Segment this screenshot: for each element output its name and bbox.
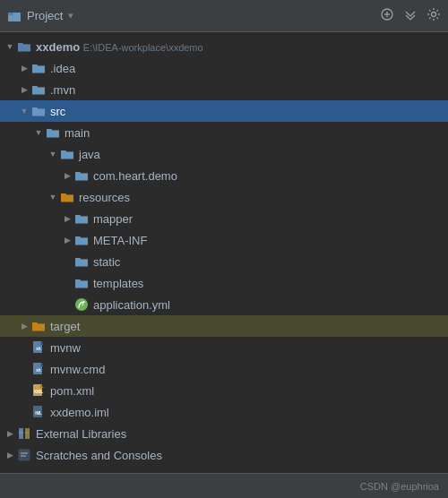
tree-arrow: ▶ xyxy=(61,214,73,223)
tree-item-label: application.yml xyxy=(93,298,170,312)
panel-header: Project ▾ xyxy=(0,0,448,32)
tree-arrow: ▶ xyxy=(4,451,16,459)
svg-text:sh: sh xyxy=(36,347,41,351)
file-iml-icon: IML xyxy=(30,405,47,419)
svg-rect-1 xyxy=(8,13,13,15)
tree-row-application.yml[interactable]: application.yml xyxy=(0,294,448,315)
folder-icon xyxy=(73,233,90,247)
tree-item-label: Scratches and Consoles xyxy=(36,449,162,462)
tree-item-label: xxdemo.iml xyxy=(50,406,109,419)
tree-item-label: .mvn xyxy=(50,83,75,97)
tree-arrow: ▼ xyxy=(32,128,45,137)
svg-text:IML: IML xyxy=(35,411,42,416)
tree-row-src[interactable]: ▼ src xyxy=(0,100,448,122)
tree-arrow: ▶ xyxy=(18,85,30,94)
ext-libs-icon xyxy=(16,426,32,441)
panel-title: Project ▾ xyxy=(7,9,380,23)
folder-orange-icon xyxy=(30,319,47,333)
tree-row-target[interactable]: ▶ target xyxy=(0,315,448,337)
svg-point-10 xyxy=(75,298,88,311)
tree-row-templates[interactable]: templates xyxy=(0,272,448,294)
tree-row-resources[interactable]: ▼ resources xyxy=(0,186,448,208)
tree-item-label: static xyxy=(93,255,120,269)
tree-item-label: META-INF xyxy=(93,234,147,247)
svg-rect-19 xyxy=(19,428,23,439)
folder-icon xyxy=(30,82,47,97)
tree-arrow: ▼ xyxy=(4,42,16,51)
folder-icon xyxy=(73,211,90,226)
folder-plain-icon xyxy=(73,254,90,269)
tree-item-label: mvnw.cmd xyxy=(50,363,105,376)
file-spring-icon xyxy=(73,297,90,312)
folder-plain-icon xyxy=(73,276,90,290)
svg-text:sh: sh xyxy=(36,368,41,373)
folder-icon xyxy=(30,61,47,75)
folder-icon xyxy=(45,125,61,140)
tree-row-mvnw.cmd[interactable]: sh mvnw.cmd xyxy=(0,358,448,380)
tree-item-label: templates xyxy=(93,277,143,290)
tree-row-mapper[interactable]: ▶ mapper xyxy=(0,208,448,229)
svg-point-9 xyxy=(432,13,436,17)
svg-rect-23 xyxy=(19,450,30,460)
tree-row-scratches[interactable]: ▶ Scratches and Consoles xyxy=(0,444,448,466)
panel-dropdown-arrow[interactable]: ▾ xyxy=(68,10,73,21)
tree-item-label: java xyxy=(79,148,100,161)
tree-arrow: ▼ xyxy=(47,193,59,202)
folder-res-icon xyxy=(59,190,75,204)
file-mvnw-icon: sh xyxy=(30,362,47,376)
folder-icon xyxy=(73,168,90,183)
tree-arrow: ▼ xyxy=(47,150,59,159)
tree-item-label: .idea xyxy=(50,62,75,75)
tree-item-label: main xyxy=(65,126,90,140)
tree-arrow: ▶ xyxy=(61,236,73,245)
panel-title-text: Project xyxy=(27,9,63,22)
tree-arrow: ▶ xyxy=(4,429,16,438)
tree-row-mvn[interactable]: ▶ .mvn xyxy=(0,79,448,100)
tree-row-xxdemo.iml[interactable]: IML xxdemo.iml xyxy=(0,401,448,423)
tree-row-external-libs[interactable]: ▶ External Libraries xyxy=(0,423,448,444)
tree-item-label: mvnw xyxy=(50,341,81,355)
tree-row-idea[interactable]: ▶ .idea xyxy=(0,57,448,79)
tree-item-label: resources xyxy=(79,191,130,204)
footer-credit: CSDN @euphrioa xyxy=(360,481,439,492)
tree-row-mvnw[interactable]: sh mvnw xyxy=(0,337,448,358)
scratches-icon xyxy=(16,448,32,462)
settings-icon[interactable] xyxy=(426,7,441,24)
folder-java-icon xyxy=(59,147,75,161)
tree-arrow: ▶ xyxy=(18,322,30,331)
svg-rect-20 xyxy=(25,428,30,439)
file-mvnw-icon: sh xyxy=(30,340,47,355)
tree-item-label: mapper xyxy=(93,212,133,226)
tree-item-label: target xyxy=(50,320,80,333)
file-xml-icon: XML xyxy=(30,383,47,398)
tree-item-label: com.heart.demo xyxy=(93,169,177,183)
collapse-all-icon[interactable] xyxy=(403,7,418,24)
tree-row-pom.xml[interactable]: XML pom.xml xyxy=(0,380,448,401)
tree-row-static[interactable]: static xyxy=(0,251,448,272)
add-content-icon[interactable] xyxy=(380,7,394,24)
header-toolbar xyxy=(380,7,441,24)
project-tree: ▼ xxdemo E:\IDEA-workplace\xxdemo▶ .idea… xyxy=(0,32,448,473)
root-folder-icon xyxy=(16,39,32,54)
project-folder-icon xyxy=(7,9,22,23)
tree-row-main[interactable]: ▼ main xyxy=(0,122,448,143)
tree-row-META-INF[interactable]: ▶ META-INF xyxy=(0,229,448,251)
tree-arrow: ▼ xyxy=(18,107,30,116)
tree-row-com.heart.demo[interactable]: ▶ com.heart.demo xyxy=(0,165,448,186)
svg-text:XML: XML xyxy=(34,389,44,394)
tree-row-xxdemo[interactable]: ▼ xxdemo E:\IDEA-workplace\xxdemo xyxy=(0,36,448,57)
footer-bar: CSDN @euphrioa xyxy=(0,473,448,498)
tree-arrow: ▶ xyxy=(61,171,73,180)
folder-src-icon xyxy=(30,104,47,118)
tree-row-java[interactable]: ▼ java xyxy=(0,143,448,165)
tree-item-label: src xyxy=(50,105,65,118)
tree-item-label: pom.xml xyxy=(50,384,94,398)
tree-item-label: External Libraries xyxy=(36,427,126,441)
tree-arrow: ▶ xyxy=(18,64,30,73)
tree-item-label: xxdemo E:\IDEA-workplace\xxdemo xyxy=(36,40,203,54)
